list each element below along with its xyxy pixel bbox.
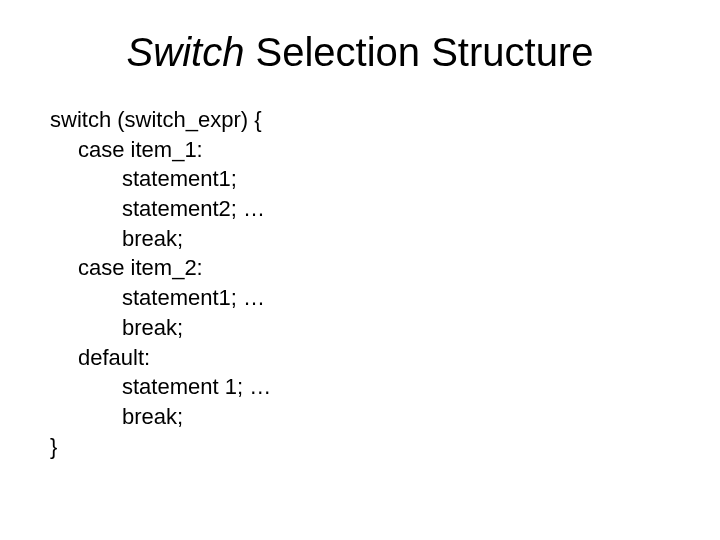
code-line: statement1; xyxy=(50,164,670,194)
slide-title: Switch Selection Structure xyxy=(50,30,670,75)
code-line: } xyxy=(50,432,670,462)
code-line: case item_2: xyxy=(50,253,670,283)
code-line: statement1; … xyxy=(50,283,670,313)
code-block: switch (switch_expr) { case item_1: stat… xyxy=(50,105,670,461)
slide: Switch Selection Structure switch (switc… xyxy=(0,0,720,481)
code-line: statement2; … xyxy=(50,194,670,224)
code-line: switch (switch_expr) { xyxy=(50,105,670,135)
code-line: break; xyxy=(50,224,670,254)
title-keyword: Switch xyxy=(127,30,245,74)
title-rest: Selection Structure xyxy=(244,30,593,74)
code-line: case item_1: xyxy=(50,135,670,165)
code-line: statement 1; … xyxy=(50,372,670,402)
code-line: default: xyxy=(50,343,670,373)
code-line: break; xyxy=(50,313,670,343)
code-line: break; xyxy=(50,402,670,432)
